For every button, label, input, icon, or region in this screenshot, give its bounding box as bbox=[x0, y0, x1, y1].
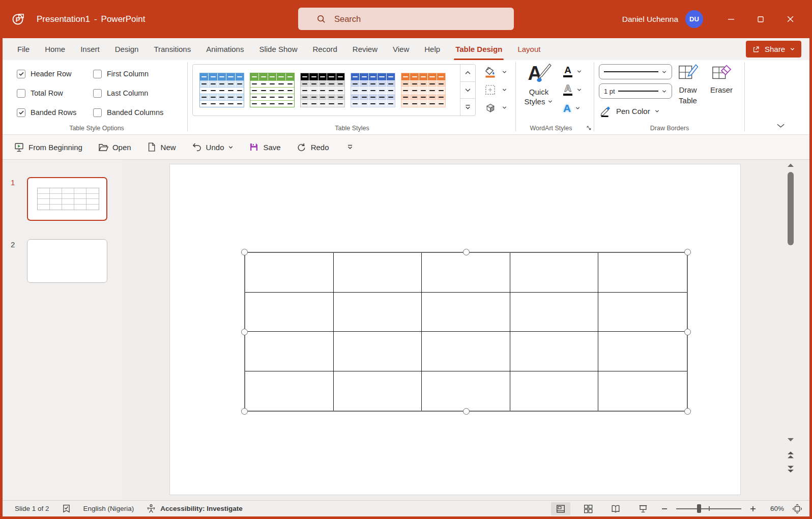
text-effects-button[interactable]: A bbox=[560, 99, 592, 117]
table-style-medium-orange[interactable] bbox=[401, 73, 446, 107]
qat-redo[interactable]: Redo bbox=[296, 142, 329, 153]
selection-handle-bottom-right[interactable] bbox=[684, 408, 691, 415]
option-last-column[interactable]: Last Column bbox=[93, 89, 187, 98]
normal-view-button[interactable] bbox=[551, 502, 570, 515]
table-style-light-green[interactable] bbox=[250, 73, 295, 107]
pen-weight-dropdown[interactable]: 1 pt bbox=[599, 83, 672, 99]
tab-file[interactable]: File bbox=[10, 38, 37, 60]
table-cell[interactable] bbox=[245, 332, 334, 371]
table-style-dark-black[interactable] bbox=[300, 73, 345, 107]
slideshow-button[interactable] bbox=[633, 502, 653, 515]
tab-record[interactable]: Record bbox=[305, 38, 344, 60]
tab-table-design[interactable]: Table Design bbox=[448, 38, 510, 60]
qat-overflow-button[interactable] bbox=[346, 143, 354, 151]
table-cell[interactable] bbox=[422, 253, 510, 293]
tab-transitions[interactable]: Transitions bbox=[146, 38, 198, 60]
language-indicator[interactable]: English (Nigeria) bbox=[83, 505, 134, 512]
selection-handle-middle-right[interactable] bbox=[684, 329, 691, 335]
table-cell[interactable] bbox=[598, 332, 687, 371]
draw-table-button[interactable]: Draw Table bbox=[672, 63, 704, 106]
slide-table[interactable] bbox=[244, 252, 688, 412]
slide-thumbnail-2[interactable] bbox=[27, 239, 107, 283]
quick-styles-button[interactable]: A Quick Styles bbox=[519, 62, 558, 107]
table-cell[interactable] bbox=[334, 253, 422, 293]
selection-handle-top-right[interactable] bbox=[684, 249, 691, 255]
option-banded-rows[interactable]: Banded Rows bbox=[17, 108, 93, 117]
table-cell[interactable] bbox=[334, 293, 422, 332]
option-header-row[interactable]: Header Row bbox=[17, 70, 93, 78]
tab-insert[interactable]: Insert bbox=[73, 38, 107, 60]
text-outline-button[interactable]: A bbox=[560, 80, 592, 99]
tab-review[interactable]: Review bbox=[345, 38, 385, 60]
accessibility-status[interactable]: Accessibility: Investigate bbox=[146, 504, 242, 514]
tab-help[interactable]: Help bbox=[417, 38, 448, 60]
gallery-scroll-up-button[interactable] bbox=[460, 65, 475, 82]
table-style-medium-blue[interactable] bbox=[351, 73, 395, 107]
close-button[interactable] bbox=[775, 0, 805, 38]
powerpoint-logo-icon[interactable]: P bbox=[11, 12, 26, 27]
selection-handle-bottom-middle[interactable] bbox=[463, 408, 470, 415]
table-cell[interactable] bbox=[245, 293, 334, 332]
tab-layout[interactable]: Layout bbox=[510, 38, 548, 60]
scroll-down-icon[interactable] bbox=[787, 438, 794, 442]
qat-open[interactable]: Open bbox=[98, 142, 131, 153]
table-cell[interactable] bbox=[510, 253, 599, 293]
borders-button[interactable] bbox=[484, 81, 507, 99]
selection-handle-top-middle[interactable] bbox=[463, 249, 470, 255]
option-banded-columns[interactable]: Banded Columns bbox=[93, 108, 187, 117]
minimize-button[interactable] bbox=[716, 0, 746, 38]
table-cell[interactable] bbox=[598, 371, 687, 411]
qat-save[interactable]: Save bbox=[249, 142, 280, 152]
qat-from-beginning[interactable]: From Beginning bbox=[14, 142, 82, 153]
avatar[interactable]: DU bbox=[685, 10, 703, 28]
table-cell[interactable] bbox=[510, 371, 599, 411]
wordart-dialog-launcher[interactable] bbox=[585, 124, 593, 132]
option-first-column[interactable]: First Column bbox=[93, 70, 187, 78]
zoom-slider-thumb[interactable] bbox=[697, 504, 701, 513]
previous-slide-icon[interactable] bbox=[787, 451, 795, 459]
zoom-in-button[interactable] bbox=[749, 505, 757, 512]
effects-button[interactable] bbox=[484, 99, 507, 117]
zoom-slider[interactable] bbox=[676, 504, 741, 513]
slide-thumbnail-1[interactable] bbox=[27, 177, 107, 221]
selection-handle-bottom-left[interactable] bbox=[241, 408, 248, 415]
table-cell[interactable] bbox=[510, 332, 599, 371]
spellcheck-icon[interactable] bbox=[62, 504, 71, 513]
pen-style-dropdown[interactable] bbox=[599, 64, 672, 79]
qat-undo[interactable]: Undo bbox=[191, 142, 234, 153]
scrollbar-thumb[interactable] bbox=[788, 172, 794, 245]
selection-handle-middle-left[interactable] bbox=[241, 329, 248, 335]
search-box[interactable]: Search bbox=[298, 8, 514, 30]
table-cell[interactable] bbox=[334, 371, 422, 411]
table-style-light-blue[interactable] bbox=[199, 73, 244, 107]
pen-color-button[interactable]: Pen Color bbox=[600, 105, 660, 117]
table-cell[interactable] bbox=[245, 371, 334, 411]
scroll-up-icon[interactable] bbox=[787, 163, 794, 167]
next-slide-icon[interactable] bbox=[787, 465, 795, 473]
table-cell[interactable] bbox=[334, 332, 422, 371]
table-cell[interactable] bbox=[598, 293, 687, 332]
tab-slide-show[interactable]: Slide Show bbox=[251, 38, 305, 60]
zoom-out-button[interactable] bbox=[661, 505, 668, 512]
reading-view-button[interactable] bbox=[606, 502, 625, 515]
gallery-more-button[interactable] bbox=[460, 99, 475, 116]
slide-canvas[interactable] bbox=[169, 164, 741, 495]
table-cell[interactable] bbox=[422, 371, 510, 411]
option-total-row[interactable]: Total Row bbox=[17, 89, 93, 98]
text-fill-button[interactable]: A bbox=[560, 62, 592, 80]
tab-view[interactable]: View bbox=[385, 38, 417, 60]
eraser-button[interactable]: Eraser bbox=[706, 63, 737, 96]
maximize-button[interactable] bbox=[746, 0, 775, 38]
zoom-percent[interactable]: 60% bbox=[765, 505, 784, 512]
table-cell[interactable] bbox=[245, 253, 334, 293]
table-cell[interactable] bbox=[598, 253, 687, 293]
gallery-scroll-down-button[interactable] bbox=[460, 82, 475, 99]
tab-design[interactable]: Design bbox=[107, 38, 147, 60]
table-cell[interactable] bbox=[510, 293, 599, 332]
table-cell[interactable] bbox=[422, 293, 510, 332]
selection-handle-top-left[interactable] bbox=[241, 249, 248, 255]
tab-home[interactable]: Home bbox=[37, 38, 73, 60]
qat-new[interactable]: New bbox=[147, 142, 176, 152]
share-button[interactable]: Share bbox=[746, 41, 801, 57]
fit-to-window-icon[interactable] bbox=[792, 504, 802, 514]
